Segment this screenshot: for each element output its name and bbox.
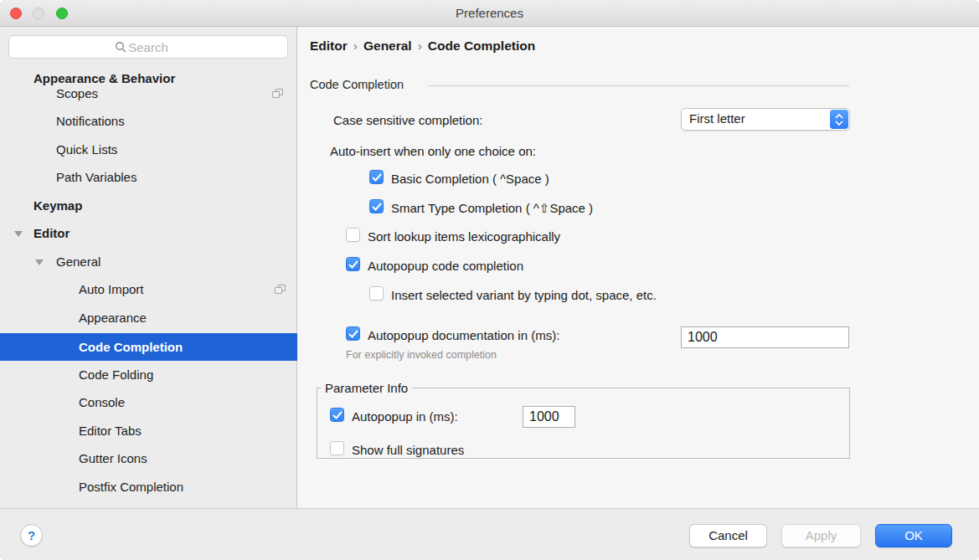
sidebar-item-auto-import[interactable]: Auto Import (79, 281, 144, 298)
case-sensitive-label: Case sensitive completion: (333, 112, 482, 129)
sidebar-item-appearance-behavior[interactable]: Appearance & Behavior (33, 70, 175, 87)
parameter-autopopup-checkbox[interactable] (330, 408, 344, 422)
select-value: First letter (689, 111, 745, 126)
show-full-signatures-label[interactable]: Show full signatures (352, 442, 464, 459)
parameter-autopopup-label[interactable]: Autopopup in (ms): (352, 408, 458, 425)
section-title: Code Completion (310, 78, 404, 91)
copy-icon (275, 285, 286, 295)
sidebar-item-keymap[interactable]: Keymap (33, 198, 82, 214)
sidebar-item-path-variables[interactable]: Path Variables (56, 169, 137, 186)
show-full-signatures-checkbox[interactable] (330, 441, 344, 455)
sort-lexicographically-checkbox[interactable] (346, 228, 360, 242)
sidebar-item-editor[interactable]: Editor (33, 225, 70, 242)
breadcrumb-separator: › (348, 39, 363, 53)
parameter-info-legend: Parameter Info (321, 381, 412, 395)
help-button[interactable]: ? (20, 524, 43, 547)
chevron-down-icon[interactable] (14, 231, 23, 237)
sidebar-item-code-folding[interactable]: Code Folding (79, 367, 153, 383)
insert-selected-variant-checkbox[interactable] (369, 286, 384, 301)
basic-completion-label[interactable]: Basic Completion ( ^Space ) (391, 171, 549, 188)
breadcrumb-general[interactable]: General (363, 39, 412, 53)
autopopup-code-completion-checkbox[interactable] (346, 257, 360, 271)
sidebar-item-scopes[interactable]: Scopes (56, 85, 98, 102)
breadcrumb-separator: › (412, 39, 428, 53)
sidebar-item-quick-lists[interactable]: Quick Lists (56, 141, 117, 158)
chevron-down-icon[interactable] (35, 259, 44, 265)
breadcrumb-code-completion: Code Completion (428, 39, 535, 53)
autopopup-documentation-label[interactable]: Autopopup documentation in (ms): (368, 327, 559, 344)
autopopup-documentation-checkbox[interactable] (346, 326, 360, 341)
breadcrumb: Editor›General›Code Completion (310, 39, 535, 54)
footer-bar: ? Cancel Apply OK (0, 508, 979, 560)
sidebar-item-editor-tabs[interactable]: Editor Tabs (79, 423, 142, 439)
search-input[interactable] (8, 35, 288, 59)
title-bar: Preferences (0, 0, 979, 27)
sidebar-item-postfix-completion[interactable]: Postfix Completion (79, 479, 183, 496)
sidebar-item-code-completion[interactable]: Code Completion (0, 333, 297, 361)
smart-type-completion-checkbox[interactable] (369, 199, 384, 213)
autopopup-documentation-ms-input[interactable] (681, 326, 849, 348)
breadcrumb-editor[interactable]: Editor (310, 39, 348, 53)
parameter-info-group: Parameter Info Autopopup in (ms): Show f… (317, 381, 850, 459)
sidebar-item-general[interactable]: General (56, 254, 100, 270)
autopopup-code-completion-label[interactable]: Autopopup code completion (368, 258, 523, 275)
smart-type-completion-label[interactable]: Smart Type Completion ( ^⇧Space ) (391, 200, 593, 217)
sidebar-item-notifications[interactable]: Notifications (56, 113, 125, 130)
sidebar-item-appearance[interactable]: Appearance (79, 310, 147, 326)
cancel-button[interactable]: Cancel (689, 524, 767, 547)
sidebar-item-gutter-icons[interactable]: Gutter Icons (79, 450, 147, 467)
ok-button[interactable]: OK (875, 524, 952, 547)
sidebar-item-label: Code Completion (79, 339, 183, 356)
case-sensitive-select[interactable]: First letter (681, 108, 850, 131)
auto-insert-label: Auto-insert when only one choice on: (330, 143, 536, 160)
apply-button[interactable]: Apply (781, 524, 861, 547)
copy-icon (272, 89, 284, 99)
parameter-autopopup-ms-input[interactable] (523, 406, 575, 428)
search-box (8, 35, 288, 59)
sort-lexicographically-label[interactable]: Sort lookup items lexicographically (368, 229, 560, 245)
preferences-window: Preferences Appearance & Behavior Scopes… (0, 0, 979, 560)
settings-sidebar: Appearance & Behavior Scopes Notificatio… (0, 27, 297, 508)
autopopup-documentation-note: For explicitly invoked completion (346, 348, 497, 362)
basic-completion-checkbox[interactable] (369, 170, 384, 184)
select-arrows-icon (830, 110, 848, 129)
sidebar-item-console[interactable]: Console (79, 394, 125, 411)
window-title: Preferences (0, 6, 979, 20)
insert-selected-variant-label[interactable]: Insert selected variant by typing dot, s… (391, 287, 657, 304)
settings-panel: Editor›General›Code Completion Code Comp… (298, 27, 979, 508)
section-divider (428, 85, 849, 86)
